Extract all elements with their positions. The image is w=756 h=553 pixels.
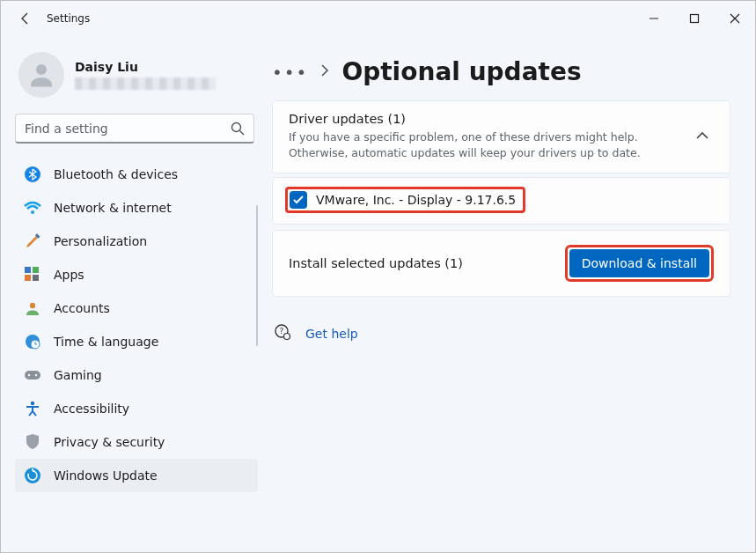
nav-personalization[interactable]: Personalization	[15, 225, 258, 258]
nav-network[interactable]: Network & internet	[15, 191, 258, 225]
chevron-up-icon[interactable]	[691, 124, 714, 147]
svg-point-19	[35, 374, 37, 376]
page-title: Optional updates	[341, 57, 581, 86]
highlight-download: Download & install	[565, 245, 714, 282]
driver-name: VMware, Inc. - Display - 9.17.6.5	[316, 193, 516, 207]
card-subtitle: If you have a specific problem, one of t…	[289, 129, 682, 160]
back-button[interactable]	[11, 4, 40, 33]
window-controls	[634, 1, 755, 36]
nav-accounts[interactable]: Accounts	[15, 291, 258, 325]
search-icon	[230, 121, 246, 136]
svg-rect-13	[33, 275, 39, 281]
svg-point-14	[30, 303, 35, 308]
user-block[interactable]: Daisy Liu	[18, 52, 258, 98]
svg-point-2	[36, 64, 47, 75]
driver-checkbox[interactable]	[290, 191, 307, 209]
get-help-link[interactable]: Get help	[305, 327, 358, 341]
card-title: Driver updates (1)	[289, 112, 682, 126]
wifi-icon	[24, 199, 41, 217]
nav-apps[interactable]: Apps	[15, 258, 258, 291]
maximize-button[interactable]	[674, 1, 715, 36]
svg-rect-11	[33, 267, 39, 273]
minimize-button[interactable]	[634, 1, 674, 36]
accounts-icon	[24, 299, 41, 317]
nav-label: Privacy & security	[54, 435, 165, 449]
svg-rect-10	[25, 267, 31, 273]
driver-item-card: VMware, Inc. - Display - 9.17.6.5	[272, 177, 730, 225]
svg-text:?: ?	[280, 327, 284, 335]
brush-icon	[24, 232, 41, 250]
nav-windows-update[interactable]: Windows Update	[15, 459, 258, 492]
app-title: Settings	[47, 12, 90, 25]
apps-icon	[24, 266, 41, 284]
nav-time-language[interactable]: Time & language	[15, 325, 258, 358]
nav-label: Gaming	[54, 368, 102, 382]
help-icon: ?	[274, 323, 291, 344]
avatar	[18, 52, 64, 98]
nav-gaming[interactable]: Gaming	[15, 358, 258, 392]
accessibility-icon	[24, 400, 41, 417]
nav-label: Apps	[54, 268, 84, 282]
nav-bluetooth[interactable]: Bluetooth & devices	[15, 158, 258, 191]
nav-privacy[interactable]: Privacy & security	[15, 425, 258, 459]
system-icon	[24, 149, 41, 150]
bluetooth-icon	[24, 166, 41, 183]
main-content: ••• Optional updates Driver updates (1) …	[265, 36, 755, 552]
update-icon	[24, 467, 41, 484]
shield-icon	[24, 433, 41, 451]
breadcrumb: ••• Optional updates	[272, 57, 730, 86]
svg-rect-1	[691, 15, 699, 23]
breadcrumb-overflow[interactable]: •••	[272, 62, 308, 83]
user-email-blurred	[75, 77, 216, 90]
settings-window: Settings Daisy Liu	[0, 0, 756, 553]
svg-line-4	[240, 131, 245, 136]
svg-point-8	[31, 210, 34, 214]
titlebar: Settings	[1, 1, 755, 36]
svg-point-18	[28, 374, 30, 376]
search-input[interactable]	[15, 114, 254, 144]
nav-label: Accessibility	[54, 402, 129, 416]
svg-point-23	[284, 334, 290, 340]
svg-rect-17	[25, 371, 40, 380]
close-button[interactable]	[715, 1, 755, 36]
svg-point-20	[31, 402, 34, 405]
install-label: Install selected updates (1)	[289, 256, 556, 270]
nav-label: Personalization	[54, 234, 147, 248]
svg-point-3	[232, 123, 241, 132]
gaming-icon	[24, 366, 41, 384]
search-field[interactable]	[15, 114, 254, 144]
chevron-right-icon	[320, 63, 329, 80]
nav-label: Network & internet	[54, 201, 172, 215]
driver-updates-card: Driver updates (1) If you have a specifi…	[272, 100, 730, 173]
highlight-driver: VMware, Inc. - Display - 9.17.6.5	[285, 187, 525, 213]
get-help-row: ? Get help	[272, 323, 730, 344]
nav-system[interactable]: System	[15, 149, 258, 158]
nav-label: Windows Update	[54, 468, 158, 483]
card-header[interactable]: Driver updates (1) If you have a specifi…	[273, 101, 730, 173]
user-name: Daisy Liu	[75, 60, 216, 74]
nav-label: Time & language	[54, 335, 158, 349]
nav-label: Accounts	[54, 301, 110, 315]
download-install-button[interactable]: Download & install	[569, 249, 709, 277]
nav: System Bluetooth & devices Network & int…	[15, 149, 258, 552]
sidebar: Daisy Liu System Bluetooth & devi	[1, 36, 265, 552]
clock-globe-icon	[24, 333, 41, 350]
svg-rect-12	[25, 275, 31, 281]
nav-accessibility[interactable]: Accessibility	[15, 392, 258, 425]
install-card: Install selected updates (1) Download & …	[272, 230, 730, 297]
nav-label: Bluetooth & devices	[54, 167, 178, 181]
